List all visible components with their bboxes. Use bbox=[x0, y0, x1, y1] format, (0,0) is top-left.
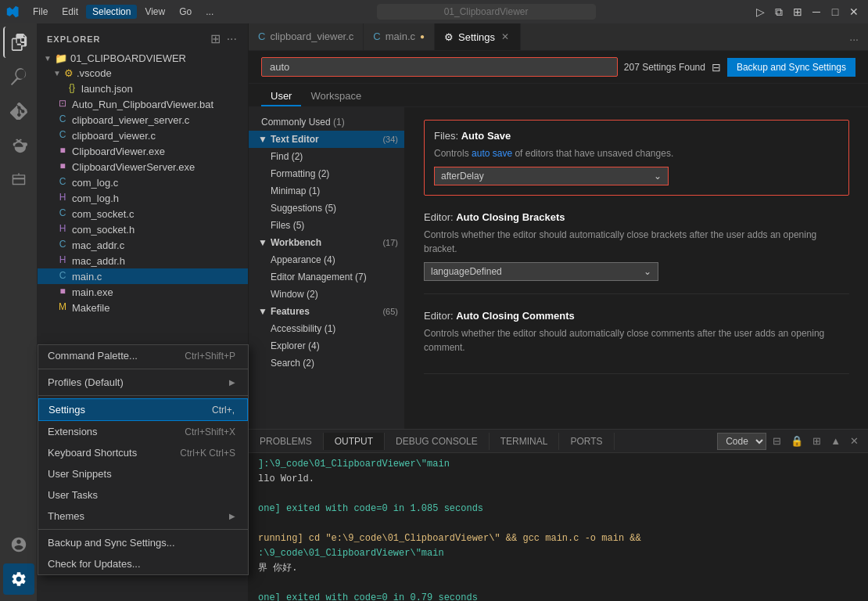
menu-item-label: Keyboard Shortcuts bbox=[48, 447, 137, 459]
menu-profiles[interactable]: Profiles (Default) ▶ bbox=[38, 372, 248, 393]
menu-item-shortcut: Ctrl+Shift+X bbox=[185, 426, 235, 437]
menu-item-shortcut: Ctrl+Shift+P bbox=[185, 351, 235, 362]
context-menu: Command Palette... Ctrl+Shift+P Profiles… bbox=[38, 344, 249, 575]
menu-item-shortcut: Ctrl+K Ctrl+S bbox=[180, 448, 235, 459]
menu-check-updates[interactable]: Check for Updates... bbox=[38, 553, 248, 574]
menu-user-tasks[interactable]: User Tasks bbox=[38, 484, 248, 506]
menu-item-label: User Snippets bbox=[48, 468, 112, 480]
menu-item-label: Command Palette... bbox=[48, 350, 138, 362]
menu-item-label: Check for Updates... bbox=[48, 558, 141, 570]
submenu-arrow-icon: ▶ bbox=[229, 378, 235, 387]
menu-item-label: Extensions bbox=[48, 426, 98, 437]
menu-item-label: Settings bbox=[48, 404, 85, 416]
menu-extensions[interactable]: Extensions Ctrl+Shift+X bbox=[38, 421, 248, 442]
context-menu-overlay[interactable]: Command Palette... Ctrl+Shift+P Profiles… bbox=[0, 0, 868, 601]
menu-command-palette[interactable]: Command Palette... Ctrl+Shift+P bbox=[38, 345, 248, 366]
context-separator bbox=[38, 529, 248, 530]
menu-item-label: Backup and Sync Settings... bbox=[48, 537, 175, 549]
menu-item-label: User Tasks bbox=[48, 489, 98, 501]
menu-keyboard-shortcuts[interactable]: Keyboard Shortcuts Ctrl+K Ctrl+S bbox=[38, 442, 248, 463]
menu-item-shortcut: Ctrl+, bbox=[212, 405, 235, 416]
menu-backup-sync[interactable]: Backup and Sync Settings... bbox=[38, 532, 248, 553]
context-separator bbox=[38, 395, 248, 396]
menu-user-snippets[interactable]: User Snippets bbox=[38, 463, 248, 484]
submenu-arrow-icon: ▶ bbox=[229, 512, 235, 520]
context-separator bbox=[38, 369, 248, 369]
menu-themes[interactable]: Themes ▶ bbox=[38, 506, 248, 527]
menu-item-label: Profiles (Default) bbox=[48, 376, 124, 388]
menu-settings[interactable]: Settings Ctrl+, bbox=[38, 398, 248, 421]
menu-item-label: Themes bbox=[48, 510, 84, 522]
